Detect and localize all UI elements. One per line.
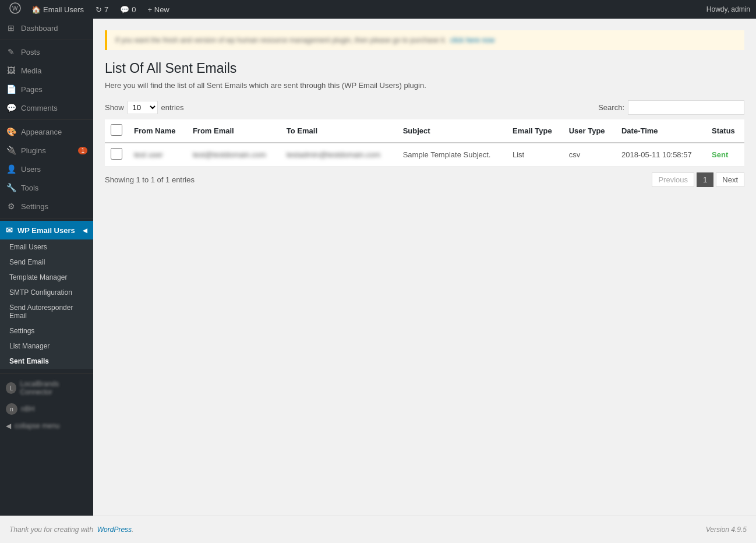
home-icon: 🏠	[31, 5, 41, 14]
comments-icon: 💬	[6, 103, 16, 112]
col-user-type: User Type	[563, 119, 616, 143]
sidebar-item-plugins[interactable]: 🔌 Plugins 1	[0, 141, 93, 160]
new-label: + New	[148, 5, 169, 14]
row-user-type: csv	[563, 143, 616, 167]
sidebar-item-media[interactable]: 🖼 Media	[0, 61, 93, 80]
plugins-badge: 1	[78, 147, 87, 154]
col-to-email: To Email	[281, 119, 397, 143]
sidebar-item-user2[interactable]: n nBH	[0, 400, 93, 418]
col-datetime: Date-Time	[616, 119, 706, 143]
submenu-item-list-manager[interactable]: List Manager	[0, 339, 93, 354]
sidebar-label-media: Media	[21, 66, 41, 75]
show-label: Show	[105, 103, 124, 112]
comments-count: 0	[132, 5, 136, 14]
sidebar-label-tools: Tools	[21, 184, 38, 192]
col-checkbox	[105, 119, 128, 143]
notice-link[interactable]: click here now	[450, 36, 494, 44]
admin-bar-site[interactable]: 🏠 Email Users	[27, 0, 89, 19]
users-icon: 👤	[6, 164, 16, 174]
pages-icon: 📄	[6, 84, 16, 94]
admin-sidebar: ⊞ Dashboard ✎ Posts 🖼 Media 📄 Pages 💬 Co…	[0, 19, 93, 516]
sidebar-label-comments: Comments	[21, 104, 58, 112]
row-checkbox-cell	[105, 143, 128, 167]
row-datetime: 2018-05-11 10:58:57	[616, 143, 706, 167]
sidebar-user2-label: nBH	[21, 405, 34, 413]
row-checkbox[interactable]	[111, 148, 122, 160]
table-footer: Showing 1 to 1 of 1 entries Previous 1 N…	[105, 172, 744, 187]
table-controls: Show 10 25 50 100 entries Search:	[105, 100, 744, 115]
sidebar-item-comments[interactable]: 💬 Comments	[0, 98, 93, 117]
previous-button[interactable]: Previous	[652, 172, 694, 187]
admin-bar-comments[interactable]: 💬 0	[115, 0, 140, 19]
sidebar-collapse-label: collapse menu	[15, 422, 59, 430]
submenu-item-settings[interactable]: Settings	[0, 323, 93, 339]
sidebar-label-appearance: Appearance	[21, 128, 62, 136]
tools-icon: 🔧	[6, 183, 16, 192]
row-from-name: test user	[128, 143, 187, 167]
sidebar-item-user1[interactable]: L LocalBrands Connector	[0, 376, 93, 400]
select-all-checkbox[interactable]	[111, 124, 122, 136]
comments-icon: 💬	[120, 5, 129, 14]
avatar-user1: L	[6, 382, 16, 394]
sidebar-item-tools[interactable]: 🔧 Tools	[0, 178, 93, 197]
row-status: Sent	[706, 143, 744, 167]
submenu-item-send-email[interactable]: Send Email	[0, 255, 93, 270]
notice-text: If you want the fresh and version of wp …	[115, 36, 446, 44]
sidebar-user1-label: LocalBrands Connector	[20, 380, 87, 396]
wordpress-link[interactable]: WordPress	[97, 526, 132, 534]
table-row: test user test@testdomain.com testadmin@…	[105, 143, 744, 167]
admin-bar-new[interactable]: + New	[143, 0, 174, 19]
entries-label: entries	[161, 103, 184, 112]
collapse-icon: ◀	[6, 422, 11, 430]
footer-text: Thank you for creating with WordPress.	[9, 526, 133, 534]
sidebar-item-pages[interactable]: 📄 Pages	[0, 80, 93, 98]
submenu-item-sent-emails[interactable]: Sent Emails	[0, 354, 93, 369]
sidebar-label-posts: Posts	[21, 48, 40, 57]
media-icon: 🖼	[6, 66, 16, 75]
search-label: Search:	[598, 103, 624, 112]
version-text: Version 4.9.5	[706, 526, 747, 534]
submenu-item-smtp-configuration[interactable]: SMTP Configuration	[0, 285, 93, 300]
main-content: If you want the fresh and version of wp …	[93, 19, 756, 516]
avatar-user2: n	[6, 403, 17, 415]
row-email-type: List	[507, 143, 563, 167]
col-subject: Subject	[397, 119, 507, 143]
submenu-item-send-autoresponder[interactable]: Send Autoresponder Email	[0, 300, 93, 323]
wp-email-users-label: WP Email Users	[17, 226, 75, 235]
sidebar-label-pages: Pages	[21, 85, 43, 94]
sidebar-label-plugins: Plugins	[21, 146, 46, 155]
page-title: List Of All Sent Emails	[105, 61, 744, 76]
search-input[interactable]	[628, 100, 744, 115]
sidebar-item-collapse[interactable]: ◀ collapse menu	[0, 418, 93, 433]
updates-icon: ↻	[96, 5, 102, 14]
col-status: Status	[706, 119, 744, 143]
wp-email-users-menu-header[interactable]: ✉ WP Email Users ◀	[0, 221, 93, 239]
site-name: Email Users	[43, 5, 84, 14]
page-1-button[interactable]: 1	[697, 172, 713, 187]
show-entries-control: Show 10 25 50 100 entries	[105, 101, 184, 114]
sidebar-item-dashboard[interactable]: ⊞ Dashboard	[0, 19, 93, 37]
next-button[interactable]: Next	[716, 172, 744, 187]
settings-icon: ⚙	[6, 202, 16, 211]
wp-footer: Thank you for creating with WordPress. V…	[0, 516, 756, 543]
chevron-right-icon: ◀	[83, 227, 87, 234]
admin-user-greeting[interactable]: Howdy, admin	[706, 5, 750, 13]
showing-text: Showing 1 to 1 of 1 entries	[105, 175, 195, 184]
submenu-item-template-manager[interactable]: Template Manager	[0, 270, 93, 285]
updates-count: 7	[104, 5, 108, 14]
col-from-email: From Email	[187, 119, 281, 143]
entries-select[interactable]: 10 25 50 100	[128, 101, 158, 114]
appearance-icon: 🎨	[6, 127, 16, 136]
admin-bar-updates[interactable]: ↻ 7	[91, 0, 113, 19]
wp-logo-icon[interactable]: W	[6, 2, 24, 17]
row-from-email: test@testdomain.com	[187, 143, 281, 167]
sidebar-item-posts[interactable]: ✎ Posts	[0, 43, 93, 61]
plugin-notice: If you want the fresh and version of wp …	[105, 30, 744, 50]
submenu-item-email-users[interactable]: Email Users	[0, 239, 93, 255]
email-icon: ✉	[6, 225, 13, 235]
dashboard-icon: ⊞	[6, 23, 16, 33]
sidebar-item-settings[interactable]: ⚙ Settings	[0, 197, 93, 216]
row-to-email: testadmin@testdomain.com	[281, 143, 397, 167]
sidebar-item-appearance[interactable]: 🎨 Appearance	[0, 122, 93, 141]
sidebar-item-users[interactable]: 👤 Users	[0, 160, 93, 178]
